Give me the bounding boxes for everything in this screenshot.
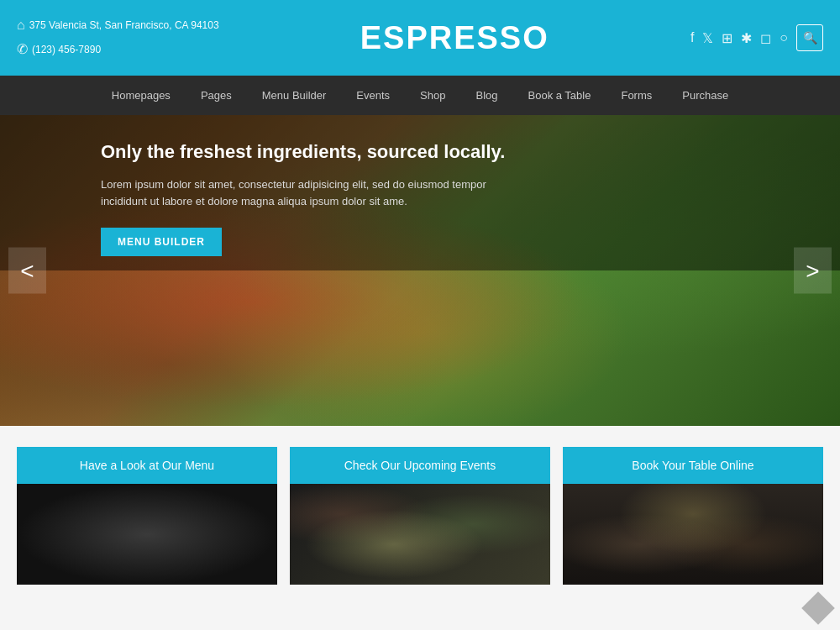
hero-content: Only the freshest ingredients, sourced l…	[101, 140, 588, 256]
hero-slider: < > Only the freshest ingredients, sourc…	[0, 115, 840, 426]
nav-homepages[interactable]: Homepages	[97, 76, 186, 115]
hero-title: Only the freshest ingredients, sourced l…	[101, 140, 588, 165]
feature-cards: Have a Look at Our Menu Check Our Upcomi…	[0, 426, 840, 606]
main-nav: Homepages Pages Menu Builder Events Shop…	[0, 76, 840, 115]
nav-book-a-table[interactable]: Book a Table	[513, 76, 606, 115]
nav-menu-builder[interactable]: Menu Builder	[247, 76, 342, 115]
nav-purchase[interactable]: Purchase	[667, 76, 743, 115]
slider-next-button[interactable]: >	[794, 248, 832, 294]
nav-blog[interactable]: Blog	[460, 76, 512, 115]
contact-info: 375 Valencia St, San Francisco, CA 94103…	[17, 13, 219, 62]
events-card-image	[290, 484, 550, 585]
address-text: 375 Valencia St, San Francisco, CA 94103	[29, 17, 219, 35]
home-icon	[17, 13, 25, 38]
facebook-icon[interactable]: f	[690, 30, 694, 45]
foursquare-icon[interactable]: ⊞	[722, 30, 732, 46]
search-button[interactable]: 🔍	[796, 24, 823, 51]
phone-text: (123) 456-7890	[32, 41, 101, 60]
hero-cta-button[interactable]: MENU BUILDER	[101, 228, 222, 256]
events-card[interactable]: Check Our Upcoming Events	[290, 447, 550, 585]
site-logo[interactable]: ESPRESSO	[219, 20, 690, 56]
tripadvisor-icon[interactable]: ○	[780, 30, 788, 45]
menu-card-image	[17, 484, 277, 585]
phone-icon	[17, 38, 28, 62]
table-card[interactable]: Book Your Table Online	[563, 447, 823, 585]
site-header: 375 Valencia St, San Francisco, CA 94103…	[0, 0, 840, 76]
twitter-icon[interactable]: 𝕏	[702, 30, 713, 46]
hero-text: Lorem ipsum dolor sit amet, consectetur …	[101, 176, 487, 212]
nav-forms[interactable]: Forms	[606, 76, 667, 115]
instagram-icon[interactable]: ◻	[760, 30, 771, 46]
menu-card[interactable]: Have a Look at Our Menu	[17, 447, 277, 585]
yelp-icon[interactable]: ✱	[741, 30, 752, 46]
table-card-image	[563, 484, 823, 585]
nav-pages[interactable]: Pages	[186, 76, 247, 115]
nav-shop[interactable]: Shop	[405, 76, 460, 115]
nav-events[interactable]: Events	[341, 76, 405, 115]
table-card-header: Book Your Table Online	[563, 447, 823, 484]
events-card-header: Check Our Upcoming Events	[290, 447, 550, 484]
menu-card-header: Have a Look at Our Menu	[17, 447, 277, 484]
social-links: f 𝕏 ⊞ ✱ ◻ ○ 🔍	[690, 24, 823, 51]
slider-prev-button[interactable]: <	[8, 248, 46, 294]
search-icon: 🔍	[803, 31, 817, 45]
